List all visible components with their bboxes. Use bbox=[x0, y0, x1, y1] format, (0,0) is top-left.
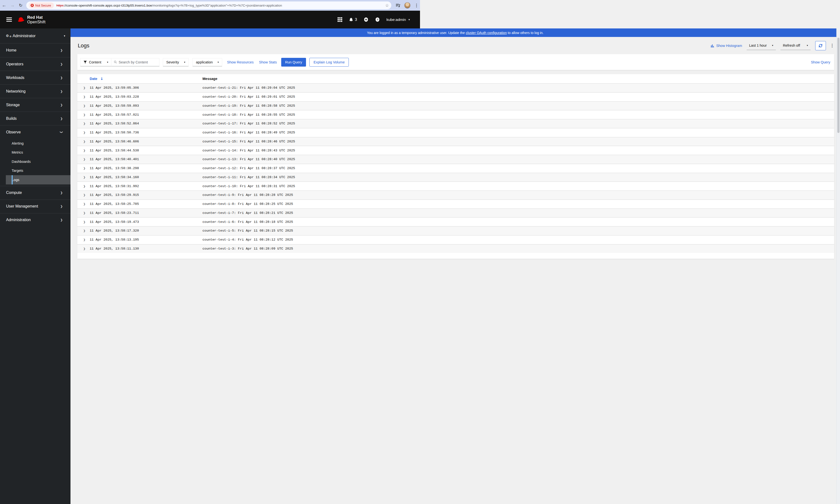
log-date-cell: 11 Apr 2025, 13:58:23.711 bbox=[90, 211, 139, 215]
log-date-cell: 11 Apr 2025, 13:58:29.915 bbox=[90, 193, 139, 197]
log-table-row[interactable]: ❯11 Apr 2025, 13:58:40.401counter-test-i… bbox=[77, 155, 420, 164]
sidebar-subitem-targets[interactable]: Targets bbox=[0, 166, 71, 176]
brand-logo: Red Hat OpenShift bbox=[17, 15, 46, 24]
show-resources-link[interactable]: Show Resources bbox=[227, 60, 254, 64]
sidebar-subitem-metrics[interactable]: Metrics bbox=[0, 148, 71, 157]
svg-text:?: ? bbox=[376, 18, 378, 21]
attribute-filter-select[interactable]: Content ▼ bbox=[80, 58, 111, 66]
log-date-cell: 11 Apr 2025, 13:58:13.195 bbox=[90, 238, 139, 241]
row-expand-chevron-icon[interactable]: ❯ bbox=[81, 212, 88, 215]
log-message-cell: counter-test-i-19: Fri Apr 11 08:28:58 U… bbox=[202, 104, 295, 108]
show-stats-link[interactable]: Show Stats bbox=[259, 60, 277, 64]
log-table-row[interactable]: ❯11 Apr 2025, 13:58:23.711counter-test-i… bbox=[77, 209, 420, 217]
sidebar-item-storage[interactable]: Storage❯ bbox=[0, 98, 71, 111]
log-table-row[interactable]: ❯11 Apr 2025, 13:58:57.021counter-test-i… bbox=[77, 110, 420, 119]
search-field[interactable] bbox=[111, 58, 159, 66]
sidebar-subitem-dashboards[interactable]: Dashboards bbox=[0, 157, 71, 166]
log-table-row[interactable]: ❯11 Apr 2025, 13:58:50.736counter-test-i… bbox=[77, 128, 420, 137]
media-queue-icon[interactable] bbox=[395, 3, 400, 8]
sidebar-item-label: Workloads bbox=[6, 76, 60, 80]
login-notice-banner: You are logged in as a temporary adminis… bbox=[71, 29, 420, 37]
row-expand-chevron-icon[interactable]: ❯ bbox=[81, 131, 88, 134]
import-plus-icon[interactable] bbox=[363, 17, 369, 22]
log-message-cell: counter-test-i-3: Fri Apr 11 08:28:09 UT… bbox=[202, 247, 293, 251]
perspective-switcher[interactable]: ⚙⚙ Administrator ▼ bbox=[0, 29, 71, 43]
sidebar-item-observe[interactable]: Observe❯ bbox=[0, 125, 71, 139]
row-expand-chevron-icon[interactable]: ❯ bbox=[81, 104, 88, 107]
sidebar-subitem-logs[interactable]: Logs bbox=[6, 175, 71, 184]
chevron-right-icon: ❯ bbox=[60, 62, 63, 66]
user-menu[interactable]: kube:admin ▼ bbox=[387, 18, 410, 22]
tenant-select[interactable]: application ▼ bbox=[193, 58, 222, 66]
sidebar-item-operators[interactable]: Operators❯ bbox=[0, 57, 71, 71]
browser-back-icon[interactable]: ← bbox=[0, 3, 8, 8]
log-table-row[interactable]: ❯11 Apr 2025, 13:58:13.195counter-test-i… bbox=[77, 235, 420, 244]
url-text[interactable]: https://console-openshift-console.apps.o… bbox=[56, 4, 383, 7]
run-query-button[interactable]: Run Query bbox=[281, 58, 306, 67]
row-expand-chevron-icon[interactable]: ❯ bbox=[81, 194, 88, 197]
row-expand-chevron-icon[interactable]: ❯ bbox=[81, 229, 88, 232]
row-expand-chevron-icon[interactable]: ❯ bbox=[81, 167, 88, 170]
log-table-row[interactable]: ❯11 Apr 2025, 13:58:31.992counter-test-i… bbox=[77, 181, 420, 191]
row-expand-chevron-icon[interactable]: ❯ bbox=[81, 176, 88, 179]
sidebar-item-label: Administration bbox=[6, 218, 60, 222]
severity-select[interactable]: Severity ▼ bbox=[163, 58, 189, 66]
row-expand-chevron-icon[interactable]: ❯ bbox=[81, 140, 88, 143]
row-expand-chevron-icon[interactable]: ❯ bbox=[81, 149, 88, 152]
hamburger-menu-icon[interactable] bbox=[6, 16, 12, 23]
log-table-row[interactable]: ❯11 Apr 2025, 13:58:46.606counter-test-i… bbox=[77, 137, 420, 146]
log-date-cell: 11 Apr 2025, 13:58:40.401 bbox=[90, 158, 139, 161]
sidebar-item-home[interactable]: Home❯ bbox=[0, 43, 71, 57]
address-bar[interactable]: ✕ Not Secure https://console-openshift-c… bbox=[26, 1, 391, 9]
notifications-bell[interactable]: 3 bbox=[349, 17, 357, 22]
browser-profile-avatar[interactable] bbox=[404, 2, 411, 8]
log-table-row[interactable]: ❯11 Apr 2025, 13:58:34.160counter-test-i… bbox=[77, 173, 420, 182]
browser-menu-kebab-icon[interactable]: ⋮ bbox=[414, 3, 418, 8]
explain-log-volume-button[interactable]: Explain Log Volume bbox=[309, 58, 349, 67]
not-secure-badge[interactable]: ✕ Not Secure bbox=[29, 2, 54, 8]
browser-forward-icon[interactable]: → bbox=[8, 3, 17, 8]
log-message-cell: counter-test-i-15: Fri Apr 11 08:28:46 U… bbox=[202, 140, 295, 143]
row-expand-chevron-icon[interactable]: ❯ bbox=[81, 95, 88, 98]
sidebar-subitem-alerting[interactable]: Alerting bbox=[0, 139, 71, 148]
log-table-row[interactable]: ❯11 Apr 2025, 13:59:05.306counter-test-i… bbox=[77, 83, 420, 92]
log-date-cell: 11 Apr 2025, 13:58:17.320 bbox=[90, 229, 139, 233]
log-table-row[interactable]: ❯11 Apr 2025, 13:58:52.864counter-test-i… bbox=[77, 119, 420, 128]
column-header-date[interactable]: Date ↓ bbox=[90, 76, 103, 81]
sidebar-item-user-management[interactable]: User Management❯ bbox=[0, 199, 71, 213]
log-date-cell: 11 Apr 2025, 13:58:19.473 bbox=[90, 220, 139, 224]
log-table-row[interactable]: ❯11 Apr 2025, 13:58:59.093counter-test-i… bbox=[77, 101, 420, 110]
row-expand-chevron-icon[interactable]: ❯ bbox=[81, 158, 88, 161]
log-table-row[interactable]: ❯11 Apr 2025, 13:58:11.130counter-test-i… bbox=[77, 244, 420, 252]
sidebar-item-builds[interactable]: Builds❯ bbox=[0, 111, 71, 125]
row-expand-chevron-icon[interactable]: ❯ bbox=[81, 220, 88, 223]
row-expand-chevron-icon[interactable]: ❯ bbox=[81, 238, 88, 241]
log-table-row[interactable]: ❯11 Apr 2025, 13:59:03.228counter-test-i… bbox=[77, 92, 420, 101]
sidebar-item-workloads[interactable]: Workloads❯ bbox=[0, 71, 71, 84]
sidebar-item-label: Storage bbox=[6, 103, 60, 107]
notification-count: 3 bbox=[355, 18, 357, 22]
row-expand-chevron-icon[interactable]: ❯ bbox=[81, 185, 88, 188]
chevron-right-icon: ❯ bbox=[60, 218, 63, 222]
sidebar-item-compute[interactable]: Compute❯ bbox=[0, 186, 71, 199]
log-table-row[interactable]: ❯11 Apr 2025, 13:58:44.538counter-test-i… bbox=[77, 146, 420, 155]
log-table-row[interactable]: ❯11 Apr 2025, 13:58:38.298counter-test-i… bbox=[77, 164, 420, 173]
row-expand-chevron-icon[interactable]: ❯ bbox=[81, 113, 88, 116]
browser-reload-icon[interactable]: ↻ bbox=[17, 3, 25, 8]
app-launcher-icon[interactable] bbox=[338, 17, 342, 22]
log-table-row[interactable]: ❯11 Apr 2025, 13:58:29.915counter-test-i… bbox=[77, 191, 420, 199]
sidebar-item-administration[interactable]: Administration❯ bbox=[0, 213, 71, 227]
row-expand-chevron-icon[interactable]: ❯ bbox=[81, 247, 88, 250]
log-date-cell: 11 Apr 2025, 13:58:50.736 bbox=[90, 131, 139, 134]
log-table-row[interactable]: ❯11 Apr 2025, 13:58:25.785counter-test-i… bbox=[77, 199, 420, 209]
row-expand-chevron-icon[interactable]: ❯ bbox=[81, 86, 88, 89]
log-table-row[interactable]: ❯11 Apr 2025, 13:58:17.320counter-test-i… bbox=[77, 226, 420, 235]
sidebar-item-networking[interactable]: Networking❯ bbox=[0, 84, 71, 98]
help-icon[interactable]: ? bbox=[375, 17, 380, 22]
row-expand-chevron-icon[interactable]: ❯ bbox=[81, 202, 88, 205]
bookmark-star-icon[interactable]: ☆ bbox=[385, 3, 389, 8]
log-table-row[interactable]: ❯11 Apr 2025, 13:58:19.473counter-test-i… bbox=[77, 217, 420, 226]
row-expand-chevron-icon[interactable]: ❯ bbox=[81, 122, 88, 125]
log-date-cell: 11 Apr 2025, 13:58:31.992 bbox=[90, 184, 139, 188]
search-input[interactable] bbox=[119, 60, 157, 64]
